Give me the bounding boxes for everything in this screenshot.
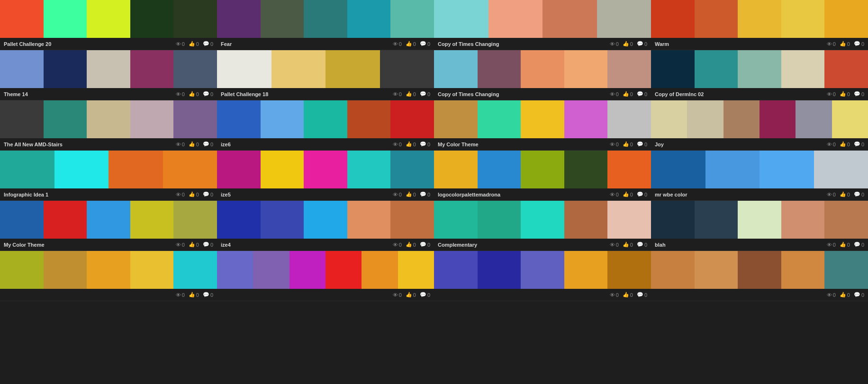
- likes-stat: 👍 0: [623, 241, 633, 248]
- color-swatch: [87, 201, 130, 239]
- palette-card[interactable]: 👁 0 👍 0 💬 0: [217, 251, 434, 301]
- palette-card[interactable]: Copy of DermInc 02 👁 0 👍 0 💬 0: [651, 50, 868, 100]
- color-swatch: [824, 0, 868, 38]
- color-swatch: [44, 201, 87, 239]
- palette-card[interactable]: Fear 👁 0 👍 0 💬 0: [217, 0, 434, 50]
- palette-card[interactable]: My Color Theme 👁 0 👍 0 💬 0: [0, 201, 217, 251]
- palette-name: ize5: [221, 192, 231, 197]
- palette-card[interactable]: The All New AMD-Stairs 👁 0 👍 0 💬 0: [0, 100, 217, 151]
- color-swatch: [738, 251, 781, 289]
- color-swatch: [651, 251, 695, 289]
- palette-stats: 👁 0 👍 0 💬 0: [176, 191, 213, 197]
- palette-card[interactable]: Copy of Times Changing 👁 0 👍 0 💬 0: [434, 50, 651, 100]
- eye-icon: 👁: [827, 91, 832, 97]
- color-swatch: [607, 50, 651, 88]
- eye-icon: 👁: [610, 91, 615, 97]
- thumb-icon: 👍: [623, 41, 629, 47]
- comment-icon: 💬: [203, 91, 209, 97]
- palette-card[interactable]: Copy of Times Changing 👁 0 👍 0 💬 0: [434, 0, 651, 50]
- color-swatch: [564, 201, 608, 239]
- color-swatch: [651, 151, 705, 188]
- palette-swatches: [434, 151, 651, 188]
- color-swatch: [760, 100, 796, 138]
- palette-name: logocolorpalettemadrona: [438, 192, 500, 197]
- palette-card[interactable]: ize5 👁 0 👍 0 💬 0: [217, 151, 434, 201]
- palette-card[interactable]: Warm 👁 0 👍 0 💬 0: [651, 0, 868, 50]
- palette-card[interactable]: mr wbe color 👁 0 👍 0 💬 0: [651, 151, 868, 201]
- views-stat: 👁 0: [827, 41, 836, 47]
- views-stat: 👁 0: [827, 292, 836, 298]
- palette-stats: 👁 0 👍 0 💬 0: [393, 141, 430, 147]
- color-swatch: [521, 201, 564, 239]
- likes-stat: 👍 0: [406, 191, 416, 197]
- palette-name: blah: [655, 242, 666, 248]
- color-swatch: [261, 0, 304, 38]
- palette-card[interactable]: Pallet Challenge 20 👁 0 👍 0 💬 0: [0, 0, 217, 50]
- color-swatch: [173, 100, 217, 138]
- eye-icon: 👁: [176, 142, 181, 147]
- palette-card[interactable]: 👁 0 👍 0 💬 0: [651, 251, 868, 301]
- likes-stat: 👍 0: [840, 241, 850, 248]
- color-swatch: [304, 201, 347, 239]
- comment-icon: 💬: [637, 91, 643, 97]
- comments-stat: 💬 0: [854, 292, 864, 298]
- color-swatch: [217, 151, 261, 188]
- palette-name: ize4: [221, 242, 231, 248]
- color-swatch: [130, 50, 174, 88]
- color-swatch: [781, 0, 825, 38]
- color-swatch: [478, 201, 521, 239]
- color-swatch: [521, 100, 564, 138]
- palette-card[interactable]: Pallet Challenge 18 👁 0 👍 0 💬 0: [217, 50, 434, 100]
- likes-stat: 👍 0: [623, 91, 633, 97]
- palette-card[interactable]: ize4 👁 0 👍 0 💬 0: [217, 201, 434, 251]
- likes-stat: 👍 0: [623, 292, 633, 298]
- color-swatch: [347, 100, 391, 138]
- eye-icon: 👁: [827, 292, 832, 298]
- palette-card[interactable]: 👁 0 👍 0 💬 0: [434, 251, 651, 301]
- palette-swatches: [434, 0, 651, 38]
- color-swatch: [0, 251, 44, 289]
- eye-icon: 👁: [393, 142, 398, 147]
- palette-card[interactable]: 👁 0 👍 0 💬 0: [0, 251, 217, 301]
- color-swatch: [434, 251, 478, 289]
- palette-card[interactable]: Complementary 👁 0 👍 0 💬 0: [434, 201, 651, 251]
- thumb-icon: 👍: [623, 191, 629, 197]
- palette-stats: 👁 0 👍 0 💬 0: [176, 41, 213, 47]
- likes-stat: 👍 0: [189, 91, 199, 97]
- color-swatch: [607, 100, 651, 138]
- palette-name: Copy of Times Changing: [438, 41, 499, 47]
- eye-icon: 👁: [393, 242, 398, 248]
- comment-icon: 💬: [637, 191, 643, 197]
- thumb-icon: 👍: [189, 41, 195, 47]
- color-swatch: [130, 251, 174, 289]
- palette-stats: 👁 0 👍 0 💬 0: [610, 292, 647, 298]
- color-swatch: [478, 151, 521, 188]
- color-swatch: [261, 151, 304, 188]
- comments-stat: 💬 0: [854, 41, 864, 47]
- comments-stat: 💬 0: [203, 91, 213, 97]
- palette-card[interactable]: logocolorpalettemadrona 👁 0 👍 0 💬 0: [434, 151, 651, 201]
- color-swatch: [651, 50, 695, 88]
- palette-swatches: [0, 251, 217, 289]
- palette-card[interactable]: Infographic Idea 1 👁 0 👍 0 💬 0: [0, 151, 217, 201]
- palette-card[interactable]: My Color Theme 👁 0 👍 0 💬 0: [434, 100, 651, 151]
- comments-stat: 💬 0: [637, 191, 647, 197]
- views-stat: 👁 0: [827, 192, 836, 197]
- color-swatch: [651, 201, 695, 239]
- palette-card[interactable]: Theme 14 👁 0 👍 0 💬 0: [0, 50, 217, 100]
- palette-card[interactable]: Joy 👁 0 👍 0 💬 0: [651, 100, 868, 151]
- comments-stat: 💬 0: [203, 241, 213, 248]
- palette-swatches: [651, 50, 868, 88]
- palette-name: The All New AMD-Stairs: [4, 142, 63, 147]
- views-stat: 👁 0: [610, 91, 619, 97]
- color-swatch: [434, 201, 478, 239]
- views-stat: 👁 0: [393, 242, 402, 248]
- palette-card[interactable]: blah 👁 0 👍 0 💬 0: [651, 201, 868, 251]
- palette-card[interactable]: ize6 👁 0 👍 0 💬 0: [217, 100, 434, 151]
- color-swatch: [695, 50, 738, 88]
- comment-icon: 💬: [203, 41, 209, 47]
- color-swatch: [824, 251, 868, 289]
- color-swatch: [217, 50, 271, 88]
- palette-stats: 👁 0 👍 0 💬 0: [610, 141, 647, 147]
- color-swatch: [390, 100, 434, 138]
